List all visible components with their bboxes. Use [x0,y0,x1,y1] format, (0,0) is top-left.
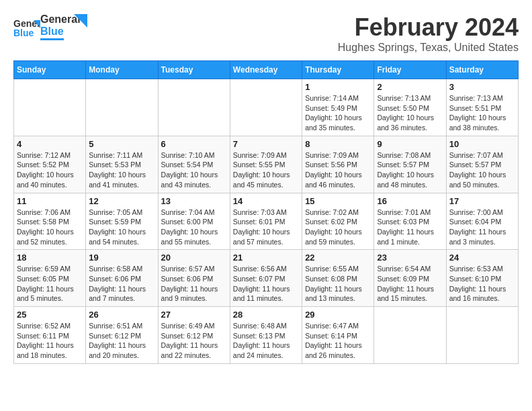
day-info: Sunrise: 6:58 AM Sunset: 6:06 PM Dayligh… [89,264,154,304]
day-number: 6 [161,139,227,149]
day-info: Sunrise: 7:05 AM Sunset: 5:59 PM Dayligh… [89,208,154,247]
day-info: Sunrise: 7:01 AM Sunset: 6:03 PM Dayligh… [377,208,443,247]
day-info: Sunrise: 6:51 AM Sunset: 6:12 PM Dayligh… [89,321,154,361]
calendar-cell [374,307,446,364]
day-info: Sunrise: 7:08 AM Sunset: 5:57 PM Dayligh… [377,150,443,190]
day-number: 24 [449,253,515,263]
day-info: Sunrise: 6:55 AM Sunset: 6:08 PM Dayligh… [305,264,371,304]
day-number: 26 [89,310,154,320]
header-row: SundayMondayTuesdayWednesdayThursdayFrid… [14,61,519,79]
calendar-cell: 21Sunrise: 6:56 AM Sunset: 6:07 PM Dayli… [230,250,302,307]
calendar-cell: 29Sunrise: 6:47 AM Sunset: 6:14 PM Dayli… [302,307,374,364]
week-row-4: 18Sunrise: 6:59 AM Sunset: 6:05 PM Dayli… [14,250,519,307]
day-number: 11 [17,196,83,206]
header-cell-saturday: Saturday [446,61,518,79]
day-number: 21 [233,253,299,263]
calendar-header: SundayMondayTuesdayWednesdayThursdayFrid… [14,61,519,79]
header-cell-friday: Friday [374,61,446,79]
calendar-cell: 8Sunrise: 7:09 AM Sunset: 5:56 PM Daylig… [302,136,374,193]
day-info: Sunrise: 6:56 AM Sunset: 6:07 PM Dayligh… [233,264,299,304]
day-number: 4 [17,139,83,149]
day-info: Sunrise: 7:06 AM Sunset: 5:58 PM Dayligh… [17,208,83,247]
day-number: 28 [233,310,299,320]
day-info: Sunrise: 7:07 AM Sunset: 5:57 PM Dayligh… [449,150,515,190]
calendar-cell: 24Sunrise: 6:53 AM Sunset: 6:10 PM Dayli… [446,250,518,307]
day-info: Sunrise: 7:13 AM Sunset: 5:51 PM Dayligh… [449,93,515,133]
week-row-3: 11Sunrise: 7:06 AM Sunset: 5:58 PM Dayli… [14,193,519,250]
calendar-cell: 3Sunrise: 7:13 AM Sunset: 5:51 PM Daylig… [446,79,518,136]
calendar-cell: 20Sunrise: 6:57 AM Sunset: 6:06 PM Dayli… [158,250,230,307]
calendar-cell [158,79,230,136]
day-info: Sunrise: 7:09 AM Sunset: 5:56 PM Dayligh… [305,150,371,190]
header-cell-sunday: Sunday [14,61,86,79]
calendar-cell: 10Sunrise: 7:07 AM Sunset: 5:57 PM Dayli… [446,136,518,193]
day-info: Sunrise: 7:02 AM Sunset: 6:02 PM Dayligh… [305,208,371,247]
day-number: 19 [89,253,154,263]
calendar-cell: 4Sunrise: 7:12 AM Sunset: 5:52 PM Daylig… [14,136,86,193]
day-number: 20 [161,253,227,263]
calendar-cell: 22Sunrise: 6:55 AM Sunset: 6:08 PM Dayli… [302,250,374,307]
day-info: Sunrise: 7:14 AM Sunset: 5:49 PM Dayligh… [305,93,371,133]
day-info: Sunrise: 7:12 AM Sunset: 5:52 PM Dayligh… [17,150,83,190]
day-info: Sunrise: 6:54 AM Sunset: 6:09 PM Dayligh… [377,264,443,304]
day-number: 14 [233,196,299,206]
calendar-cell: 12Sunrise: 7:05 AM Sunset: 5:59 PM Dayli… [86,193,158,250]
day-info: Sunrise: 6:49 AM Sunset: 6:12 PM Dayligh… [161,321,227,361]
calendar-cell [446,307,518,364]
day-number: 16 [377,196,443,206]
day-number: 25 [17,310,83,320]
day-info: Sunrise: 7:09 AM Sunset: 5:55 PM Dayligh… [233,150,299,190]
calendar-cell [230,79,302,136]
svg-text:Blue: Blue [13,28,34,38]
calendar-cell: 25Sunrise: 6:52 AM Sunset: 6:11 PM Dayli… [14,307,86,364]
calendar-cell: 14Sunrise: 7:03 AM Sunset: 6:01 PM Dayli… [230,193,302,250]
day-info: Sunrise: 7:13 AM Sunset: 5:50 PM Dayligh… [377,93,443,133]
calendar-cell: 28Sunrise: 6:48 AM Sunset: 6:13 PM Dayli… [230,307,302,364]
day-number: 9 [377,139,443,149]
week-row-5: 25Sunrise: 6:52 AM Sunset: 6:11 PM Dayli… [14,307,519,364]
day-info: Sunrise: 7:04 AM Sunset: 6:00 PM Dayligh… [161,208,227,247]
month-title: February 2024 [338,13,519,42]
week-row-2: 4Sunrise: 7:12 AM Sunset: 5:52 PM Daylig… [14,136,519,193]
calendar-cell: 1Sunrise: 7:14 AM Sunset: 5:49 PM Daylig… [302,79,374,136]
calendar-cell [14,79,86,136]
location: Hughes Springs, Texas, United States [338,42,519,54]
header-cell-wednesday: Wednesday [230,61,302,79]
day-info: Sunrise: 6:52 AM Sunset: 6:11 PM Dayligh… [17,321,83,361]
calendar-cell: 16Sunrise: 7:01 AM Sunset: 6:03 PM Dayli… [374,193,446,250]
calendar-cell: 19Sunrise: 6:58 AM Sunset: 6:06 PM Dayli… [86,250,158,307]
logo: General Blue General Blue [13,13,87,40]
calendar-cell: 11Sunrise: 7:06 AM Sunset: 5:58 PM Dayli… [14,193,86,250]
calendar-body: 1Sunrise: 7:14 AM Sunset: 5:49 PM Daylig… [14,79,519,364]
day-number: 29 [305,310,371,320]
header-cell-thursday: Thursday [302,61,374,79]
day-info: Sunrise: 6:53 AM Sunset: 6:10 PM Dayligh… [449,264,515,304]
calendar-cell: 26Sunrise: 6:51 AM Sunset: 6:12 PM Dayli… [86,307,158,364]
day-number: 17 [449,196,515,206]
day-info: Sunrise: 6:57 AM Sunset: 6:06 PM Dayligh… [161,264,227,304]
day-number: 2 [377,82,443,92]
day-info: Sunrise: 7:10 AM Sunset: 5:54 PM Dayligh… [161,150,227,190]
day-info: Sunrise: 7:03 AM Sunset: 6:01 PM Dayligh… [233,208,299,247]
calendar-cell: 13Sunrise: 7:04 AM Sunset: 6:00 PM Dayli… [158,193,230,250]
day-number: 13 [161,196,227,206]
day-info: Sunrise: 7:11 AM Sunset: 5:53 PM Dayligh… [89,150,154,190]
calendar-cell: 6Sunrise: 7:10 AM Sunset: 5:54 PM Daylig… [158,136,230,193]
calendar-cell: 18Sunrise: 6:59 AM Sunset: 6:05 PM Dayli… [14,250,86,307]
calendar-cell [86,79,158,136]
header-cell-tuesday: Tuesday [158,61,230,79]
logo-icon: General Blue [13,15,38,39]
day-number: 27 [161,310,227,320]
header-cell-monday: Monday [86,61,158,79]
calendar-cell: 2Sunrise: 7:13 AM Sunset: 5:50 PM Daylig… [374,79,446,136]
week-row-1: 1Sunrise: 7:14 AM Sunset: 5:49 PM Daylig… [14,79,519,136]
calendar-cell: 27Sunrise: 6:49 AM Sunset: 6:12 PM Dayli… [158,307,230,364]
day-number: 22 [305,253,371,263]
calendar-cell: 5Sunrise: 7:11 AM Sunset: 5:53 PM Daylig… [86,136,158,193]
day-number: 1 [305,82,371,92]
day-info: Sunrise: 6:59 AM Sunset: 6:05 PM Dayligh… [17,264,83,304]
calendar-table: SundayMondayTuesdayWednesdayThursdayFrid… [13,60,519,364]
page-header: General Blue General Blue February 2024 … [13,13,519,54]
calendar-cell: 9Sunrise: 7:08 AM Sunset: 5:57 PM Daylig… [374,136,446,193]
day-number: 3 [449,82,515,92]
